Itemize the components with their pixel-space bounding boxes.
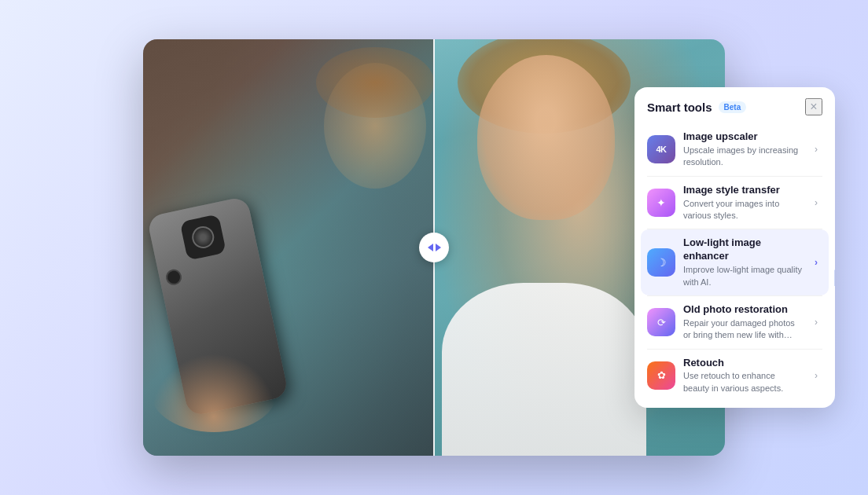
camera-module xyxy=(180,214,226,260)
lowlight-icon-label: ☽ xyxy=(657,256,667,269)
upscaler-name: Image upscaler xyxy=(683,130,802,144)
cursor-svg xyxy=(831,267,835,292)
close-button[interactable]: × xyxy=(805,98,822,116)
old-photo-name: Old photo restoration xyxy=(683,303,802,317)
retouch-name: Retouch xyxy=(683,356,802,369)
old-photo-desc: Repair your damaged photos or bring them… xyxy=(683,317,802,342)
style-transfer-arrow-icon: › xyxy=(810,196,822,209)
style-transfer-desc: Convert your images into various styles. xyxy=(683,197,802,222)
retouch-desc: Use retouch to enhance beauty in various… xyxy=(683,370,802,394)
tool-item-lowlight[interactable]: ☽ Low-light image enhancer Improve low-l… xyxy=(641,229,829,295)
hand-fingers xyxy=(151,354,277,432)
old-photo-icon: ⟳ xyxy=(647,308,675,336)
lowlight-desc: Improve low-light image quality with AI. xyxy=(683,264,802,288)
upscaler-desc: Upscale images by increasing resolution. xyxy=(683,145,802,169)
upscaler-icon-label: 4K xyxy=(656,145,666,154)
style-transfer-text: Image style transfer Convert your images… xyxy=(683,184,802,222)
upscaler-icon: 4K xyxy=(647,135,675,163)
cursor-indicator xyxy=(831,267,835,295)
old-photo-text: Old photo restoration Repair your damage… xyxy=(683,303,802,342)
robe-body xyxy=(442,283,646,456)
panel-title-row: Smart tools Beta xyxy=(647,100,746,113)
tool-item-upscaler[interactable]: 4K Image upscaler Upscale images by incr… xyxy=(641,123,829,176)
image-left xyxy=(143,39,434,456)
beta-badge: Beta xyxy=(719,101,747,112)
face-right xyxy=(477,55,615,220)
panel-header: Smart tools Beta × xyxy=(634,87,835,123)
smart-tools-panel: Smart tools Beta × 4K Image upscaler Ups… xyxy=(634,87,835,408)
upscaler-arrow-icon: › xyxy=(810,143,822,156)
tools-list: 4K Image upscaler Upscale images by incr… xyxy=(634,123,835,408)
lowlight-icon: ☽ xyxy=(647,248,675,277)
svg-marker-0 xyxy=(834,269,835,291)
camera-lens xyxy=(190,224,216,250)
old-photo-icon-label: ⟳ xyxy=(657,317,666,328)
retouch-text: Retouch Use retouch to enhance beauty in… xyxy=(683,356,802,394)
tool-item-old-photo[interactable]: ⟳ Old photo restoration Repair your dama… xyxy=(641,296,829,349)
tool-item-style-transfer[interactable]: ✦ Image style transfer Convert your imag… xyxy=(641,177,829,229)
drag-handle[interactable] xyxy=(419,233,449,262)
hair-left xyxy=(316,47,434,118)
retouch-icon-label: ✿ xyxy=(657,369,666,381)
arrow-right-icon xyxy=(436,244,441,251)
main-container: Smart tools Beta × 4K Image upscaler Ups… xyxy=(57,28,811,468)
style-transfer-name: Image style transfer xyxy=(683,184,802,197)
style-transfer-icon-label: ✦ xyxy=(657,196,666,209)
old-photo-arrow-icon: › xyxy=(810,316,822,328)
lowlight-text: Low-light image enhancer Improve low-lig… xyxy=(683,236,802,288)
arrow-left-icon xyxy=(428,244,433,251)
retouch-arrow-icon: › xyxy=(810,369,822,382)
lowlight-name: Low-light image enhancer xyxy=(683,236,802,263)
camera-lens-2 xyxy=(164,268,183,287)
lowlight-arrow-icon: › xyxy=(810,256,822,269)
retouch-icon: ✿ xyxy=(647,361,675,390)
drag-arrows xyxy=(428,244,441,251)
style-transfer-icon: ✦ xyxy=(647,189,675,217)
tool-item-retouch[interactable]: ✿ Retouch Use retouch to enhance beauty … xyxy=(641,349,829,402)
upscaler-text: Image upscaler Upscale images by increas… xyxy=(683,130,802,169)
panel-title: Smart tools xyxy=(647,100,712,113)
